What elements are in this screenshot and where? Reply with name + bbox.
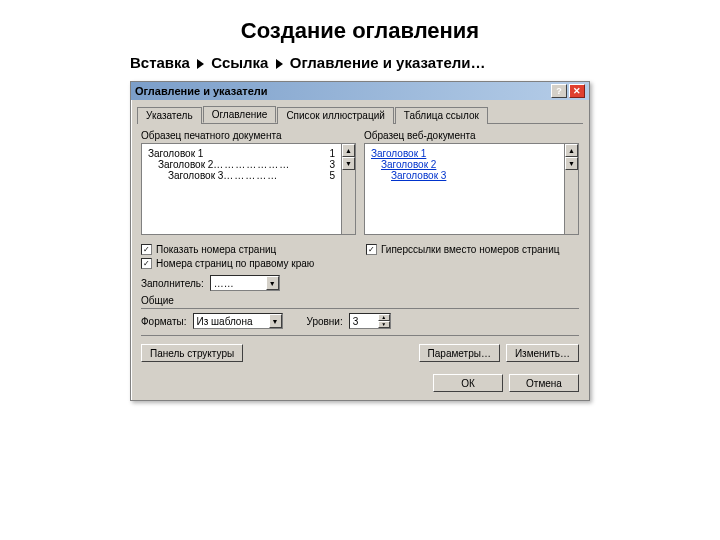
levels-value: 3	[350, 316, 378, 327]
format-label: Форматы:	[141, 316, 187, 327]
chevron-down-icon[interactable]: ▼	[266, 276, 279, 290]
scroll-down-icon[interactable]: ▼	[342, 157, 355, 170]
tab-authorities[interactable]: Таблица ссылок	[395, 107, 488, 124]
tab-illustrations[interactable]: Список иллюстраций	[277, 107, 393, 124]
web-preview: Заголовок 1 Заголовок 2 Заголовок 3 ▲ ▼	[364, 143, 579, 235]
filler-combo[interactable]: …… ▼	[210, 275, 280, 291]
close-button[interactable]: ✕	[569, 84, 585, 98]
cancel-button[interactable]: Отмена	[509, 374, 579, 392]
titlebar: Оглавление и указатели ? ✕	[131, 82, 589, 100]
toc-link: Заголовок 1	[371, 148, 426, 159]
scroll-down-icon[interactable]: ▼	[565, 157, 578, 170]
breadcrumb-item: Вставка	[130, 54, 190, 71]
divider	[141, 335, 579, 336]
toc-link: Заголовок 3	[391, 170, 446, 181]
options-button[interactable]: Параметры…	[419, 344, 500, 362]
chevron-right-icon	[276, 59, 283, 69]
spin-up-icon[interactable]: ▲	[378, 314, 390, 321]
modify-button[interactable]: Изменить…	[506, 344, 579, 362]
hyperlinks-checkbox[interactable]: ✓	[366, 244, 377, 255]
general-section-label: Общие	[141, 295, 579, 306]
breadcrumb-item: Ссылка	[211, 54, 268, 71]
toc-page: 3	[329, 159, 335, 170]
toc-text: Заголовок 2	[158, 159, 213, 170]
toc-text: Заголовок 3	[168, 170, 223, 181]
divider	[141, 308, 579, 309]
web-preview-label: Образец веб-документа	[364, 130, 579, 141]
format-combo[interactable]: Из шаблона ▼	[193, 313, 283, 329]
right-align-checkbox[interactable]: ✓	[141, 258, 152, 269]
help-button[interactable]: ?	[551, 84, 567, 98]
toc-link: Заголовок 2	[381, 159, 436, 170]
slide-title: Создание оглавления	[0, 18, 720, 44]
toc-dialog: Оглавление и указатели ? ✕ Указатель Огл…	[130, 81, 590, 401]
tab-strip: Указатель Оглавление Список иллюстраций …	[137, 106, 583, 124]
toc-page: 1	[329, 148, 335, 159]
right-align-label: Номера страниц по правому краю	[156, 258, 314, 269]
dialog-title: Оглавление и указатели	[135, 85, 268, 97]
scroll-up-icon[interactable]: ▲	[342, 144, 355, 157]
show-page-numbers-checkbox[interactable]: ✓	[141, 244, 152, 255]
scrollbar[interactable]: ▲ ▼	[564, 144, 578, 234]
print-preview-label: Образец печатного документа	[141, 130, 356, 141]
levels-label: Уровни:	[307, 316, 343, 327]
chevron-right-icon	[197, 59, 204, 69]
toc-text: Заголовок 1	[148, 148, 203, 159]
chevron-down-icon[interactable]: ▼	[269, 314, 282, 328]
tab-toc[interactable]: Оглавление	[203, 106, 277, 123]
levels-spinner[interactable]: 3 ▲ ▼	[349, 313, 391, 329]
outline-panel-button[interactable]: Панель структуры	[141, 344, 243, 362]
breadcrumb-item: Оглавление и указатели…	[290, 54, 486, 71]
hyperlinks-label: Гиперссылки вместо номеров страниц	[381, 244, 559, 255]
toc-leader: ……………	[223, 170, 278, 181]
print-preview: Заголовок 11 Заголовок 2…………………3 Заголов…	[141, 143, 356, 235]
scroll-up-icon[interactable]: ▲	[565, 144, 578, 157]
breadcrumb: Вставка Ссылка Оглавление и указатели…	[130, 54, 720, 71]
toc-page: 5	[329, 170, 335, 181]
toc-leader: …………………	[213, 159, 290, 170]
spin-down-icon[interactable]: ▼	[378, 321, 390, 328]
tab-index[interactable]: Указатель	[137, 107, 202, 124]
filler-value: ……	[211, 278, 266, 289]
ok-button[interactable]: ОК	[433, 374, 503, 392]
format-value: Из шаблона	[194, 316, 269, 327]
filler-label: Заполнитель:	[141, 278, 204, 289]
scrollbar[interactable]: ▲ ▼	[341, 144, 355, 234]
show-page-numbers-label: Показать номера страниц	[156, 244, 276, 255]
